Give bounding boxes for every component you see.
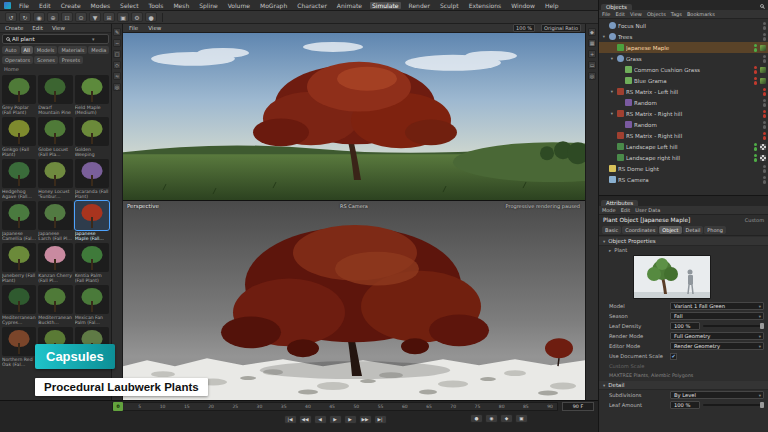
object-row[interactable]: RS Dome Light [599, 163, 768, 174]
asset-filter-chip[interactable]: Auto [2, 46, 20, 54]
field-value[interactable]: Render Geometry [670, 342, 764, 350]
attributes-menu-item[interactable]: Mode [602, 207, 616, 213]
live-selection-icon[interactable]: ◉ [33, 12, 45, 22]
coordinate-system-icon[interactable]: ⊞ [103, 12, 115, 22]
fit-mode[interactable]: Original Ratio [541, 24, 581, 32]
visibility-dots[interactable] [763, 22, 767, 30]
asset-item[interactable]: Field Maple (Medium) [75, 75, 109, 115]
asset-filter-chip[interactable]: Materials [58, 46, 87, 54]
object-row[interactable]: Random [599, 97, 768, 108]
redo-icon[interactable]: ↻ [19, 12, 31, 22]
visibility-dots[interactable] [763, 55, 767, 63]
object-row[interactable]: Common Cushion Grass [599, 64, 768, 75]
asset-item[interactable]: Mexican Fan Palm (Fal… [75, 285, 109, 325]
render-settings-icon[interactable]: ⚙ [131, 12, 143, 22]
rotate-icon[interactable]: ⊙ [75, 12, 87, 22]
next-frame-icon[interactable]: ▶ [344, 415, 357, 424]
render-visibility-dot[interactable] [763, 37, 767, 41]
asset-item[interactable]: Hedgehog Agave (Fall… [2, 159, 36, 199]
menu-item[interactable]: Modes [89, 2, 112, 9]
workplane-icon[interactable]: ▭ [588, 61, 596, 69]
menu-item[interactable]: Volume [226, 2, 252, 9]
attribute-tab[interactable]: Detail [683, 226, 704, 234]
asset-item[interactable]: Japanese Camellia (Fal… [2, 201, 36, 241]
render-visibility-dot[interactable] [754, 81, 758, 85]
cube-icon[interactable]: □ [113, 50, 121, 58]
scale-icon[interactable]: ⊡ [61, 12, 73, 22]
last-tool-icon[interactable]: ▼ [89, 12, 101, 22]
field-slider[interactable] [703, 325, 764, 327]
asset-filter-chip[interactable]: Scenes [34, 56, 58, 64]
asset-item[interactable]: Mediterranean Cypres… [2, 285, 36, 325]
menu-item[interactable]: Animate [335, 2, 364, 9]
objects-menu-item[interactable]: File [602, 11, 610, 17]
perspective-viewport[interactable]: Perspective RS Camera Progressive render… [123, 200, 585, 400]
editor-visibility-dot[interactable] [763, 55, 767, 59]
breadcrumb[interactable]: Home [0, 65, 111, 73]
asset-item[interactable]: Golden Weeping Willo… [75, 117, 109, 157]
editor-visibility-dot[interactable] [763, 176, 767, 180]
object-tag-icon[interactable] [760, 67, 766, 73]
field-checkbox[interactable] [670, 353, 677, 360]
render-visibility-dot[interactable] [754, 48, 758, 52]
menu-item[interactable]: Simulate [370, 2, 401, 9]
object-row[interactable]: RS Matrix - Right hill [599, 130, 768, 141]
render-visibility-dot[interactable] [763, 180, 767, 184]
editor-visibility-dot[interactable] [763, 88, 767, 92]
render-visibility-dot[interactable] [754, 70, 758, 74]
attributes-menu-item[interactable]: User Data [635, 207, 660, 213]
field-value[interactable]: Full Geometry [670, 332, 764, 340]
visibility-dots[interactable] [763, 121, 767, 129]
expand-arrow-icon[interactable]: ▾ [609, 89, 615, 94]
grid-icon[interactable]: ▦ [588, 39, 596, 47]
editor-visibility-dot[interactable] [754, 77, 758, 81]
asset-item[interactable]: Jacaranda (Fall Plant) [75, 159, 109, 199]
asset-menu-item[interactable]: Create [3, 25, 25, 31]
asset-item[interactable]: Kentia Palm (Fall Plant) [75, 243, 109, 283]
isolate-icon[interactable]: ◎ [588, 72, 596, 80]
visibility-dots[interactable] [763, 132, 767, 140]
menu-item[interactable]: Extensions [467, 2, 504, 9]
editor-visibility-dot[interactable] [763, 33, 767, 37]
menu-item[interactable]: MoGraph [258, 2, 289, 9]
render-visibility-dot[interactable] [763, 59, 767, 63]
next-key-icon[interactable]: ▶▶ [359, 415, 372, 424]
visibility-dots[interactable] [754, 143, 758, 151]
attribute-tab[interactable]: Basic [602, 226, 621, 234]
objects-menu-item[interactable]: Edit [615, 11, 625, 17]
asset-item[interactable]: Dwarf Mountain Pine (… [38, 75, 72, 115]
object-tag-icon[interactable] [760, 45, 766, 51]
render-visibility-dot[interactable] [754, 158, 758, 162]
editor-visibility-dot[interactable] [754, 154, 758, 158]
asset-item[interactable]: Juneberry (Fall Plant) [2, 243, 36, 283]
menu-item[interactable]: Window [509, 2, 537, 9]
render-visibility-dot[interactable] [763, 169, 767, 173]
objects-menu-item[interactable]: Bookmarks [687, 11, 715, 17]
asset-item[interactable]: Kanzan Cherry (Fall Pl… [38, 243, 72, 283]
menu-item[interactable]: Render [407, 2, 432, 9]
object-row[interactable]: ▾ Trees [599, 31, 768, 42]
pencil-icon[interactable]: ✎ [113, 28, 121, 36]
menu-item[interactable]: Sculpt [438, 2, 461, 9]
autokey-icon[interactable]: ◉ [485, 414, 498, 423]
picture-viewer-menu-item[interactable]: View [146, 25, 163, 31]
expand-arrow-icon[interactable]: ▾ [601, 34, 607, 39]
visibility-dots[interactable] [754, 154, 758, 162]
object-row[interactable]: ▾ Grass [599, 53, 768, 64]
field-icon[interactable]: ◎ [113, 83, 121, 91]
visibility-dots[interactable] [763, 99, 767, 107]
menu-item[interactable]: Select [118, 2, 141, 9]
asset-filter-chip[interactable]: All [21, 46, 33, 54]
record-options-icon[interactable]: ▣ [515, 414, 528, 423]
goto-end-icon[interactable]: ▶| [374, 415, 387, 424]
plant-preview-thumbnail[interactable] [633, 255, 711, 299]
menu-item[interactable]: Create [59, 2, 83, 9]
field-value[interactable]: Variant 1 Fall Green [670, 302, 764, 310]
attribute-tab[interactable]: Coordinates [622, 226, 658, 234]
editor-visibility-dot[interactable] [754, 44, 758, 48]
picture-viewer-menu-item[interactable]: File [127, 25, 140, 31]
render-visibility-dot[interactable] [763, 136, 767, 140]
prev-key-icon[interactable]: ◀◀ [299, 415, 312, 424]
object-row[interactable]: Focus Null [599, 20, 768, 31]
object-row[interactable]: Random [599, 119, 768, 130]
